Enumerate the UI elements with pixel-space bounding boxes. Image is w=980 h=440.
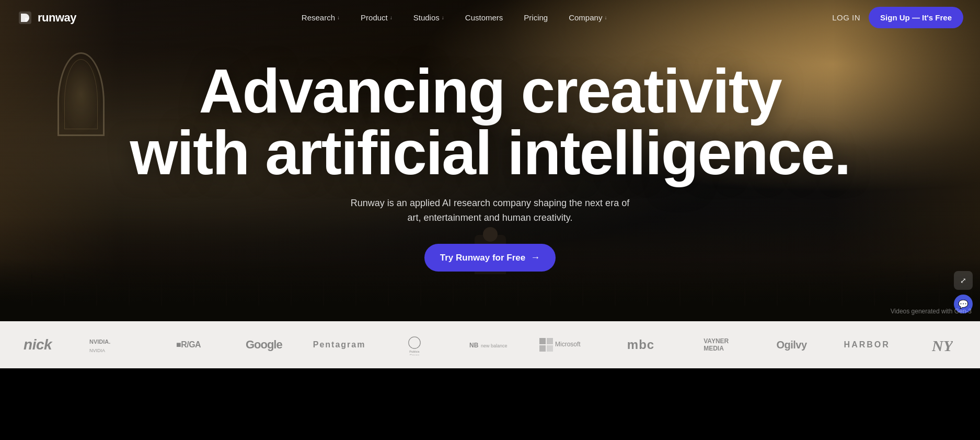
- dropdown-arrow: ↓: [604, 15, 607, 20]
- svg-point-3: [409, 337, 420, 348]
- arrow-icon: →: [531, 252, 540, 263]
- nav-right: LOG IN Sign Up — It's Free: [832, 7, 963, 28]
- svg-text:Publicis: Publicis: [410, 350, 420, 353]
- expand-icon: ⤢: [960, 276, 966, 285]
- signup-button[interactable]: Sign Up — It's Free: [869, 7, 963, 28]
- logo-rga: ■R/GA: [151, 321, 226, 368]
- logo-vaynermedia: VAYNERMEDIA: [678, 321, 754, 368]
- dropdown-arrow: ↓: [390, 15, 393, 20]
- login-button[interactable]: LOG IN: [832, 13, 860, 22]
- nav-link-studios[interactable]: Studios ↓: [405, 9, 453, 26]
- svg-text:NVIDIA.: NVIDIA.: [89, 339, 110, 345]
- expand-button[interactable]: ⤢: [954, 271, 973, 290]
- logos-bar: nick NVIDIA. NVIDIA ■R/GA Google Pentagr…: [0, 321, 980, 368]
- nav-item-product: Product ↓: [352, 9, 401, 26]
- nav-link-research[interactable]: Research ↓: [293, 9, 348, 26]
- svg-rect-8: [539, 338, 546, 344]
- logo-pentagram: Pentagram: [302, 321, 377, 368]
- nav-item-company: Company ↓: [560, 9, 615, 26]
- svg-text:new balance: new balance: [481, 343, 508, 348]
- logo-link[interactable]: runway: [17, 9, 76, 26]
- nav-item-customers: Customers: [457, 9, 512, 26]
- logo-nick: nick: [0, 321, 75, 368]
- nav-item-pricing: Pricing: [515, 9, 556, 26]
- try-runway-button[interactable]: Try Runway for Free →: [424, 244, 556, 272]
- nav-link-customers[interactable]: Customers: [457, 9, 512, 26]
- svg-rect-11: [547, 345, 553, 352]
- svg-text:NB: NB: [469, 342, 479, 349]
- svg-text:NVIDIA: NVIDIA: [89, 348, 105, 353]
- logo-text: runway: [38, 11, 76, 25]
- svg-text:NY: NY: [932, 337, 953, 355]
- hero-subtitle: Runway is an applied AI research company…: [349, 196, 631, 225]
- dropdown-arrow: ↓: [337, 15, 340, 20]
- svg-rect-10: [539, 345, 546, 352]
- nav-link-company[interactable]: Company ↓: [560, 9, 615, 26]
- logo-harbor: HARBOR: [829, 321, 905, 368]
- nav-links: Research ↓ Product ↓ Studios ↓ Customers…: [293, 9, 616, 26]
- logo-yankees: NY: [905, 321, 980, 368]
- navbar: runway Research ↓ Product ↓ Studios ↓ Cu…: [0, 0, 980, 35]
- runway-logo-icon: [17, 9, 33, 26]
- dropdown-arrow: ↓: [442, 15, 444, 20]
- logo-microsoft: Microsoft: [528, 321, 603, 368]
- nav-link-pricing[interactable]: Pricing: [515, 9, 556, 26]
- watermark-text: Videos generated with Gen-3: [891, 308, 972, 315]
- logo-publicis: Publicis Groupe: [377, 321, 452, 368]
- logo-ogilvy: Ogilvy: [754, 321, 829, 368]
- svg-rect-9: [547, 338, 553, 344]
- svg-text:Groupe: Groupe: [410, 354, 420, 355]
- nav-item-studios: Studios ↓: [405, 9, 453, 26]
- logo-mbc: mbc: [603, 321, 678, 368]
- hero-section: Advancing creativity with artificial int…: [0, 0, 980, 321]
- logo-newbalance: NB new balance: [452, 321, 527, 368]
- hero-content: Advancing creativity with artificial int…: [0, 0, 980, 321]
- svg-text:Microsoft: Microsoft: [555, 341, 581, 348]
- logo-nvidia: NVIDIA. NVIDIA: [75, 321, 151, 368]
- logo-google: Google: [226, 321, 302, 368]
- nav-item-research: Research ↓: [293, 9, 348, 26]
- hero-title: Advancing creativity with artificial int…: [130, 60, 850, 184]
- nav-link-product[interactable]: Product ↓: [352, 9, 401, 26]
